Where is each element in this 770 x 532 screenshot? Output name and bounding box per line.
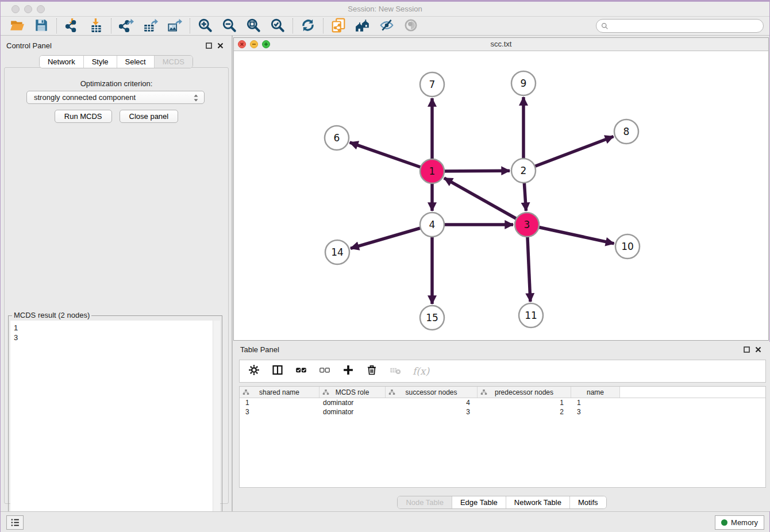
mcds-result-scrollbar[interactable] — [213, 321, 220, 530]
application-window: Session: New Session Control Panel Netwo… — [0, 0, 770, 532]
column-header-MCDS-role[interactable]: MCDS role — [319, 387, 386, 398]
tab-select[interactable]: Select — [117, 56, 154, 68]
table-cell[interactable]: 3 — [240, 407, 319, 417]
export-network-button[interactable] — [114, 17, 138, 34]
save-session-button[interactable] — [29, 17, 53, 34]
node-2[interactable]: 2 — [511, 159, 536, 183]
control-panel-close-button[interactable] — [217, 42, 224, 49]
node-9[interactable]: 9 — [511, 71, 536, 95]
tab-network[interactable]: Network — [40, 56, 83, 68]
edge-1-6[interactable] — [350, 142, 432, 171]
zoom-selected-button[interactable] — [265, 17, 290, 34]
table-cell[interactable]: 1 — [571, 398, 620, 407]
node-8[interactable]: 8 — [614, 119, 638, 144]
tab-motifs[interactable]: Motifs — [569, 496, 606, 508]
table-row[interactable]: 3dominator323 — [240, 407, 765, 417]
tab-mcds[interactable]: MCDS — [154, 56, 192, 68]
table-settings-gear-button[interactable] — [248, 365, 260, 377]
zoom-in-button[interactable] — [193, 17, 217, 34]
column-header-predecessor-nodes[interactable]: predecessor nodes — [478, 387, 571, 398]
toggle-columns-icon — [272, 364, 283, 378]
mcds-result-line: 3 — [14, 333, 217, 342]
close-panel-button[interactable]: Close panel — [120, 110, 179, 123]
import-table-button[interactable] — [84, 17, 108, 34]
edge-2-8[interactable] — [523, 137, 614, 171]
home-button[interactable] — [351, 17, 375, 34]
memory-button-label: Memory — [731, 518, 758, 527]
control-panel: Control Panel NetworkStyleSelectMCDS Opt… — [1, 36, 233, 511]
table-cell[interactable]: dominator — [319, 407, 386, 417]
tab-node-table[interactable]: Node Table — [398, 496, 452, 508]
delete-table-button[interactable] — [365, 365, 378, 377]
show-graphics-details-button[interactable] — [399, 17, 423, 34]
table-cell[interactable]: dominator — [319, 398, 386, 407]
create-column-icon — [342, 364, 354, 378]
edge-3-10[interactable] — [527, 225, 614, 244]
node-6[interactable]: 6 — [325, 126, 349, 150]
node-3[interactable]: 3 — [515, 213, 539, 237]
table-cell[interactable]: 2 — [478, 407, 571, 417]
export-image-button[interactable] — [163, 17, 187, 34]
refresh-layout-button[interactable] — [296, 17, 320, 34]
create-column-button[interactable] — [342, 365, 355, 377]
table-row[interactable]: 1dominator411 — [240, 398, 765, 407]
node-4[interactable]: 4 — [420, 213, 444, 237]
deselect-all-checkboxes-button[interactable] — [318, 365, 331, 377]
table-cell[interactable]: 1 — [240, 398, 319, 407]
node-7[interactable]: 7 — [420, 72, 444, 97]
edge-3-1[interactable] — [444, 178, 527, 225]
window-titlebar[interactable]: Session: New Session — [1, 2, 769, 17]
control-panel-float-button[interactable] — [205, 42, 212, 49]
graph-canvas[interactable]: 7968124314101511 — [234, 51, 768, 340]
search-input[interactable] — [611, 22, 763, 30]
table-cell[interactable]: 4 — [386, 398, 478, 407]
optimization-criterion-select[interactable]: strongly connected component — [26, 91, 205, 104]
main-toolbar — [1, 17, 769, 36]
node-14[interactable]: 14 — [325, 240, 349, 264]
zoom-out-button[interactable] — [217, 17, 241, 34]
toggle-columns-button[interactable] — [271, 365, 284, 377]
table-panel-close-button[interactable] — [754, 346, 761, 353]
table-panel-float-button[interactable] — [743, 346, 750, 353]
copy-network-style-button[interactable] — [326, 17, 351, 34]
memory-button[interactable]: Memory — [715, 515, 764, 530]
select-all-checkboxes-button[interactable] — [295, 365, 307, 377]
node-table: shared nameMCDS rolesuccessor nodesprede… — [239, 386, 766, 488]
svg-text:15: 15 — [426, 312, 438, 323]
column-hierarchy-icon — [322, 389, 329, 396]
network-window-titlebar[interactable]: scc.txt — [234, 38, 768, 51]
node-15[interactable]: 15 — [420, 306, 444, 330]
network-window-title: scc.txt — [234, 40, 768, 48]
table-cell[interactable]: 3 — [571, 407, 620, 417]
table-cell[interactable]: 1 — [478, 398, 571, 407]
optimization-criterion-value: strongly connected component — [34, 93, 136, 102]
node-table-header: shared nameMCDS rolesuccessor nodesprede… — [240, 387, 765, 398]
export-table-button[interactable] — [138, 17, 163, 34]
table-cell[interactable]: 3 — [386, 407, 478, 417]
toolbar-separator — [111, 18, 111, 33]
mcds-result-box: MCDS result (2 nodes) 13 — [8, 315, 222, 532]
tab-style[interactable]: Style — [83, 56, 117, 68]
mcds-result-text[interactable]: 13 — [10, 321, 220, 530]
zoom-fit-button[interactable] — [241, 17, 265, 34]
column-header-name[interactable]: name — [571, 387, 620, 398]
node-1[interactable]: 1 — [420, 159, 444, 183]
run-mcds-button[interactable]: Run MCDS — [55, 110, 112, 123]
column-hierarchy-icon — [480, 389, 487, 396]
column-header-successor-nodes[interactable]: successor nodes — [386, 387, 478, 398]
column-header-label: name — [587, 388, 604, 396]
hide-unhide-icon — [379, 18, 394, 34]
node-11[interactable]: 11 — [519, 303, 543, 327]
task-history-button[interactable] — [6, 515, 24, 530]
node-10[interactable]: 10 — [615, 234, 640, 259]
column-header-shared-name[interactable]: shared name — [240, 387, 319, 398]
search-box[interactable] — [596, 19, 764, 33]
tab-network-table[interactable]: Network Table — [506, 496, 569, 508]
tab-edge-table[interactable]: Edge Table — [452, 496, 506, 508]
hide-unhide-button[interactable] — [375, 17, 399, 34]
show-graphics-details-icon — [403, 18, 418, 34]
import-network-button[interactable] — [60, 17, 84, 34]
open-file-button[interactable] — [5, 17, 29, 34]
memory-status-icon — [721, 519, 727, 526]
svg-text:4: 4 — [429, 219, 436, 230]
